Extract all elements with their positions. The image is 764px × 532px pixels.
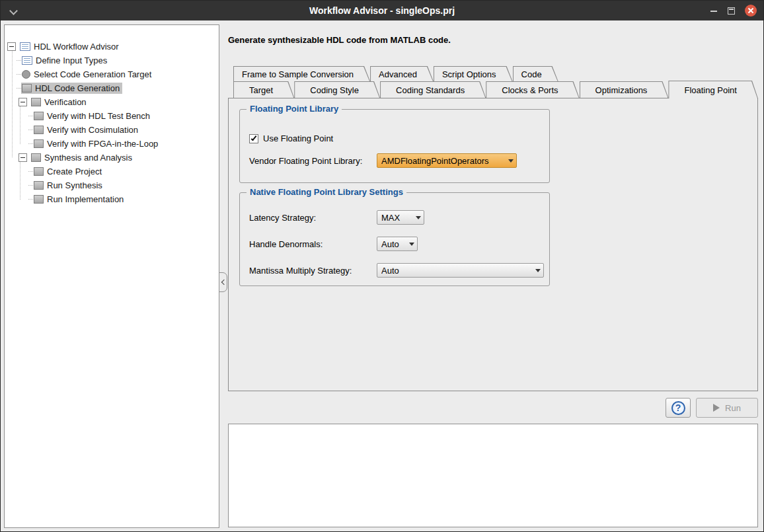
document-icon <box>22 56 32 65</box>
tree-item-label: Verify with HDL Test Bench <box>47 111 150 121</box>
maximize-button[interactable] <box>728 7 735 15</box>
task-box-icon <box>34 195 44 204</box>
field-label: Mantissa Multiply Strategy: <box>249 266 377 276</box>
task-box-icon <box>31 98 41 106</box>
task-box-icon <box>34 112 44 120</box>
vendor-floating-point-library-row: Vendor Floating Point Library: AMDFloati… <box>249 153 545 168</box>
window-controls <box>710 1 757 20</box>
help-icon: ? <box>671 401 685 415</box>
message-output-area <box>228 424 758 527</box>
help-button[interactable]: ? <box>666 398 691 418</box>
tree-item-select-code-generation-target[interactable]: Select Code Generation Target <box>5 67 219 81</box>
checkbox-label: Use Floating Point <box>263 133 333 143</box>
collapse-toggle-icon[interactable] <box>7 42 16 51</box>
tab-code[interactable]: Code <box>513 66 558 81</box>
checkbox-checked-icon <box>249 134 258 143</box>
tree-item-synthesis-and-analysis[interactable]: Synthesis and Analysis <box>5 151 219 165</box>
tree-item-label: Synthesis and Analysis <box>44 153 132 163</box>
native-floating-point-settings-group: Native Floating Point Library Settings L… <box>239 192 550 286</box>
handle-denormals-row: Handle Denormals: Auto <box>249 237 545 251</box>
tree-connector <box>28 130 33 130</box>
task-box-icon <box>34 181 44 190</box>
tree-connector <box>28 171 33 172</box>
run-button[interactable]: Run <box>696 398 758 418</box>
tree-item-run-implementation[interactable]: Run Implementation <box>5 192 219 206</box>
latency-strategy-select[interactable]: MAX <box>377 210 424 225</box>
tab-frame-to-sample-conversion[interactable]: Frame to Sample Conversion <box>233 66 370 81</box>
tree-item-label: Run Implementation <box>47 194 124 204</box>
tree-item-label: Select Code Generation Target <box>34 69 151 79</box>
tree-connector <box>28 143 33 144</box>
collapse-panel-handle[interactable] <box>219 272 227 292</box>
tree-item-hdl-code-generation[interactable]: HDL Code Generation <box>5 81 219 95</box>
titlebar: Workflow Advisor - singleOps.prj <box>1 1 763 20</box>
latency-strategy-row: Latency Strategy: MAX <box>249 210 545 225</box>
tab-optimizations[interactable]: Optimizations <box>580 81 669 98</box>
tab-floating-point[interactable]: Floating Point <box>668 81 758 98</box>
action-buttons-row: ? Run <box>666 398 758 418</box>
mantissa-multiply-strategy-row: Mantissa Multiply Strategy: Auto <box>249 263 545 278</box>
chevron-left-icon <box>221 280 226 285</box>
tab-advanced[interactable]: Advanced <box>370 66 434 81</box>
tab-script-options[interactable]: Script Options <box>434 66 513 81</box>
tree-connector <box>17 88 21 89</box>
tree-item-hdl-workflow-advisor[interactable]: HDL Workflow Advisor <box>5 40 219 54</box>
tree-item-label: Verify with Cosimulation <box>47 125 138 135</box>
tree-item-label: Create Project <box>47 167 102 176</box>
tab-clocks-and-ports[interactable]: Clocks & Ports <box>486 81 579 98</box>
tab-row-upper: Frame to Sample Conversion Advanced Scri… <box>228 66 758 81</box>
run-button-label: Run <box>725 403 741 413</box>
collapse-toggle-icon[interactable] <box>19 153 27 162</box>
chevron-down-icon <box>409 243 414 246</box>
close-button[interactable] <box>745 5 757 17</box>
tree-item-verify-with-hdl-test-bench[interactable]: Verify with HDL Test Bench <box>5 109 219 123</box>
floating-point-tab-panel: Floating Point Library Use Floating Poin… <box>228 98 758 391</box>
tree-item-label: Run Synthesis <box>47 180 102 190</box>
tree-connector <box>17 74 21 75</box>
tab-row-lower: Target Coding Style Coding Standards Clo… <box>228 81 758 98</box>
tab-coding-standards[interactable]: Coding Standards <box>380 81 486 98</box>
close-icon <box>747 7 754 14</box>
document-icon <box>20 42 30 51</box>
tree-item-define-input-types[interactable]: Define Input Types <box>5 54 219 67</box>
tree-item-label: Define Input Types <box>36 56 107 65</box>
vendor-floating-point-library-select[interactable]: AMDFloatingPointOperators <box>377 153 517 168</box>
collapse-toggle-icon[interactable] <box>19 98 27 106</box>
minimize-button[interactable] <box>710 7 718 15</box>
floating-point-library-group: Floating Point Library Use Floating Poin… <box>239 109 550 183</box>
task-circle-icon <box>22 70 30 79</box>
field-label: Vendor Floating Point Library: <box>249 156 377 166</box>
window-title: Workflow Advisor - singleOps.prj <box>1 1 763 20</box>
use-floating-point-checkbox[interactable]: Use Floating Point <box>249 133 333 143</box>
workflow-tree: HDL Workflow Advisor Define Input Types … <box>4 24 219 528</box>
tab-target[interactable]: Target <box>233 81 294 98</box>
tree-item-create-project[interactable]: Create Project <box>5 165 219 178</box>
task-box-icon <box>31 153 41 162</box>
workflow-advisor-window: Workflow Advisor - singleOps.prj HDL Wor… <box>0 0 764 532</box>
field-label: Latency Strategy: <box>249 213 377 223</box>
mantissa-multiply-strategy-select[interactable]: Auto <box>377 263 544 278</box>
field-label: Handle Denormals: <box>249 239 377 249</box>
tree-item-verify-with-cosimulation[interactable]: Verify with Cosimulation <box>5 123 219 137</box>
tab-coding-style[interactable]: Coding Style <box>294 81 380 98</box>
tree-connector <box>28 185 33 186</box>
tree-item-verification[interactable]: Verification <box>5 95 219 109</box>
tree-item-run-synthesis[interactable]: Run Synthesis <box>5 178 219 192</box>
tree-item-label: HDL Workflow Advisor <box>34 42 119 52</box>
tree-item-label: Verify with FPGA-in-the-Loop <box>47 139 158 149</box>
group-title: Native Floating Point Library Settings <box>247 187 406 197</box>
task-box-icon <box>34 126 44 134</box>
settings-tabs: Frame to Sample Conversion Advanced Scri… <box>228 66 758 98</box>
task-box-icon <box>34 167 44 176</box>
tree-item-verify-with-fpga-in-the-loop[interactable]: Verify with FPGA-in-the-Loop <box>5 137 219 151</box>
page-title: Generate synthesizable HDL code from MAT… <box>228 35 451 45</box>
tree-item-label: HDL Code Generation <box>35 83 120 93</box>
task-box-icon <box>22 84 32 93</box>
chevron-down-icon <box>508 159 514 163</box>
tree-item-label: Verification <box>44 97 87 107</box>
task-box-icon <box>34 139 44 148</box>
chevron-down-icon <box>416 216 421 219</box>
play-icon <box>713 404 720 412</box>
chevron-down-icon <box>535 269 541 272</box>
handle-denormals-select[interactable]: Auto <box>377 237 418 251</box>
